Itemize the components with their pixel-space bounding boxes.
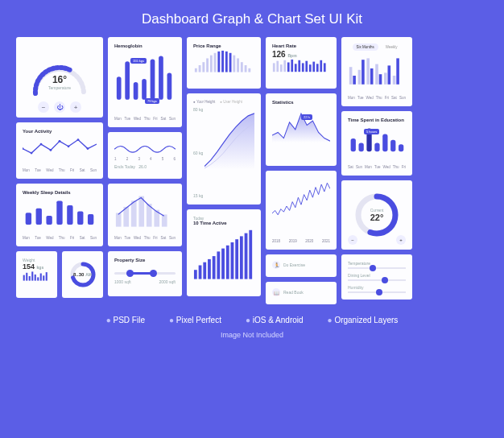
weight-card: Weight 154 kgs: [16, 251, 57, 298]
activity-line-icon: [23, 135, 97, 158]
card-grid: 16° Temperature − ⏻ + Your Activity MonT…: [16, 37, 488, 304]
svg-rect-73: [291, 60, 293, 72]
svg-rect-32: [167, 73, 172, 100]
svg-rect-72: [287, 63, 290, 72]
svg-rect-58: [208, 259, 211, 279]
heart-bars-icon: [272, 59, 330, 73]
svg-rect-88: [370, 68, 374, 85]
time-active-sub: 10 Time Active: [193, 221, 254, 225]
svg-rect-11: [56, 201, 62, 225]
tab-weekly[interactable]: Weekly: [382, 43, 402, 51]
svg-point-6: [77, 138, 80, 141]
svg-rect-99: [382, 134, 387, 152]
svg-point-104: [374, 194, 379, 199]
svg-point-4: [59, 140, 61, 143]
time-active-bars-icon: [193, 227, 254, 281]
svg-rect-53: [245, 65, 247, 72]
svg-rect-78: [309, 64, 312, 72]
svg-rect-17: [29, 276, 31, 281]
svg-rect-31: [159, 56, 163, 100]
svg-rect-18: [31, 271, 33, 280]
svg-rect-67: [249, 230, 252, 279]
price-bars-icon: [193, 50, 254, 73]
svg-rect-10: [46, 216, 52, 225]
svg-rect-39: [162, 214, 167, 226]
svg-rect-54: [248, 68, 250, 72]
days-axis: MonTueWedThuFriSatSun: [114, 117, 176, 121]
svg-rect-50: [233, 56, 235, 72]
mini-bars-card: MonTueWedThuFriSatSun: [108, 184, 182, 246]
plus-icon[interactable]: +: [396, 235, 406, 245]
svg-rect-100: [390, 140, 395, 151]
svg-rect-22: [43, 275, 44, 280]
svg-rect-70: [280, 64, 283, 72]
svg-rect-82: [324, 63, 326, 72]
svg-rect-15: [23, 275, 25, 281]
svg-rect-77: [305, 61, 308, 72]
slider-handle[interactable]: [382, 277, 388, 283]
minus-icon[interactable]: −: [348, 235, 357, 245]
badge-low: 79 kgs: [145, 98, 159, 104]
power-icon[interactable]: ⏻: [54, 101, 65, 113]
svg-rect-51: [237, 58, 239, 72]
education-title: Time Spent in Education: [348, 118, 406, 122]
minus-icon[interactable]: −: [38, 101, 49, 113]
svg-rect-27: [125, 61, 130, 100]
svg-rect-92: [387, 65, 390, 84]
activity-title: Your Activity: [23, 129, 97, 134]
statistics-card: Statistics 22 h: [266, 93, 337, 166]
svg-point-1: [31, 152, 33, 155]
slider-handle[interactable]: [370, 265, 376, 271]
svg-rect-13: [77, 211, 83, 225]
days-axis: MonTueWedThuFriSatSun: [23, 236, 97, 240]
days-axis: MonTueWedThuFriSatSun: [114, 236, 176, 240]
svg-rect-98: [374, 143, 379, 151]
stats-area-icon: [272, 106, 330, 143]
svg-rect-57: [203, 262, 206, 279]
feature: Organized Layers: [328, 316, 399, 324]
svg-rect-61: [221, 249, 225, 279]
svg-rect-80: [316, 64, 319, 72]
svg-rect-101: [399, 144, 403, 151]
feature: Pixel Perfect: [169, 316, 221, 324]
svg-rect-52: [241, 62, 243, 72]
stats-title: Statistics: [272, 100, 330, 105]
education-badge: 5 hours: [364, 129, 379, 134]
mini-wave-card: 123456 Ends Today 26.0: [108, 132, 182, 179]
days-axis: SatSunMonTueWedThuFri: [348, 165, 406, 169]
height-lines-icon: [204, 107, 254, 170]
svg-rect-64: [235, 239, 238, 279]
svg-rect-12: [67, 205, 72, 225]
days-axis: MonTueWedThuFriSatSun: [23, 168, 97, 172]
page-title: Dashboard Graph & Chart Set UI Kit: [142, 11, 362, 27]
svg-rect-96: [359, 143, 364, 151]
years-axis: 2018201920202021: [272, 239, 330, 243]
slider-handle[interactable]: [150, 270, 157, 277]
sliders-card: Temperature Dining Level Humidity: [341, 254, 412, 300]
svg-rect-71: [283, 60, 286, 72]
svg-point-5: [68, 145, 70, 147]
tab-six-months[interactable]: Six Months: [353, 43, 378, 51]
book-icon: 📖: [272, 288, 280, 296]
svg-rect-49: [229, 53, 232, 72]
gauge-label: Temperature: [48, 85, 71, 90]
time-active-card: Today 10 Time Active: [187, 209, 261, 296]
feature: PSD File: [106, 316, 145, 324]
svg-rect-69: [276, 61, 279, 72]
feature: iOS & Android: [246, 316, 304, 324]
plus-icon[interactable]: +: [70, 101, 81, 113]
svg-rect-47: [221, 51, 224, 72]
slider-handle[interactable]: [126, 270, 134, 277]
task-b-card: 📖Read Book: [266, 282, 337, 304]
heart-rate-card: Heart Rate 126 Bpm: [266, 37, 337, 89]
svg-point-2: [40, 143, 43, 146]
svg-rect-16: [26, 273, 27, 281]
hemoglobin-card: Hemoglobin 155 kgs 79 kgs MonTueWedThuFr…: [108, 37, 182, 127]
svg-rect-8: [26, 213, 31, 225]
svg-rect-9: [36, 209, 42, 225]
days-axis: MonTueWedThuFriSatSun: [348, 96, 406, 100]
svg-rect-74: [295, 64, 297, 72]
slider-handle[interactable]: [376, 289, 382, 295]
temperature-gauge-card: 16° Temperature − ⏻ +: [16, 37, 103, 118]
svg-rect-86: [361, 60, 365, 85]
